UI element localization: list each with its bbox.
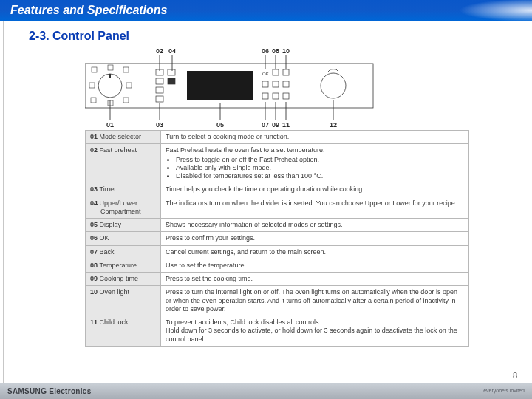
page-number: 8	[513, 371, 517, 380]
row-bullet: Press to toggle on or off the Fast Prehe…	[176, 156, 464, 164]
callout-10: 10	[282, 47, 290, 55]
content-area: 2-3. Control Panel	[3, 21, 532, 383]
footer-brand: SAMSUNG Electronics	[7, 387, 92, 395]
row-label: 06 OK	[86, 232, 161, 245]
row-desc: The indicators turn on when the divider …	[161, 197, 469, 219]
page-title: Features and Specifications	[10, 4, 168, 17]
row-number: 01	[90, 133, 100, 140]
row-desc: Press to turn the internal light on or o…	[161, 286, 469, 316]
svg-rect-17	[187, 71, 253, 100]
footer: SAMSUNG Electronics everyone's invited	[0, 383, 532, 399]
row-desc: Cancel current settings, and return to t…	[161, 245, 469, 259]
row-number: 07	[90, 248, 100, 256]
row-label: 11 Child lock	[86, 316, 161, 347]
row-number: 10	[90, 288, 100, 296]
table-row: 11 Child lockTo prevent accidents, Child…	[86, 316, 469, 347]
table-row: 10 Oven lightPress to turn the internal …	[86, 286, 469, 316]
footer-tagline: everyone's invited	[483, 389, 525, 394]
callout-08: 08	[272, 47, 279, 55]
row-number: 08	[90, 262, 100, 269]
callout-11: 11	[282, 121, 290, 129]
table-row: 01 Mode selectorTurn to select a cooking…	[86, 131, 469, 144]
section-title: 2-3. Control Panel	[29, 30, 532, 43]
row-number: 04	[90, 200, 100, 207]
row-desc: Use to set the temperature.	[161, 259, 469, 272]
callout-09: 09	[272, 121, 279, 129]
control-panel-diagram: OK	[85, 47, 403, 130]
table-row: 03 TimerTimer helps you check the time o…	[86, 183, 469, 197]
row-desc: Press to confirm your settings.	[161, 232, 469, 245]
svg-point-27	[321, 73, 346, 98]
table-row: 05 DisplayShows necessary information of…	[86, 219, 469, 232]
row-number: 06	[90, 234, 100, 242]
callout-04: 04	[168, 47, 176, 55]
callout-12: 12	[330, 121, 337, 129]
callout-03: 03	[156, 121, 163, 129]
callout-01: 01	[106, 121, 114, 129]
svg-rect-16	[168, 78, 175, 84]
row-label: 04 Upper/LowerCompartment	[86, 197, 161, 219]
row-number: 05	[90, 221, 100, 228]
row-bullet: Disabled for temperatures set at less th…	[176, 172, 464, 180]
table-row: 07 BackCancel current settings, and retu…	[86, 245, 469, 259]
header-swoosh-decoration	[377, 0, 532, 21]
row-number: 02	[90, 146, 100, 154]
row-number: 03	[90, 185, 100, 193]
callout-07: 07	[262, 121, 269, 129]
row-label: 09 Cooking time	[86, 273, 161, 286]
callout-06: 06	[262, 47, 269, 55]
row-bullet: Available only with Single mode.	[176, 164, 464, 172]
row-desc: Press to set the cooking time.	[161, 273, 469, 286]
table-row: 08 TemperatureUse to set the temperature…	[86, 259, 469, 272]
row-number: 09	[90, 275, 100, 282]
header-bar: Features and Specifications	[0, 0, 532, 21]
row-desc: To prevent accidents, Child lock disable…	[161, 316, 469, 347]
table-row: 04 Upper/LowerCompartmentThe indicators …	[86, 197, 469, 219]
table-row: 02 Fast preheatFast Preheat heats the ov…	[86, 144, 469, 183]
row-label: 05 Display	[86, 219, 161, 232]
row-label: 07 Back	[86, 245, 161, 259]
row-desc: Turn to select a cooking mode or functio…	[161, 131, 469, 144]
row-label: 03 Timer	[86, 183, 161, 197]
row-label: 10 Oven light	[86, 286, 161, 316]
table-row: 09 Cooking timePress to set the cooking …	[86, 273, 469, 286]
callout-02: 02	[156, 47, 163, 55]
row-label: 08 Temperature	[86, 259, 161, 272]
row-number: 11	[90, 318, 100, 326]
row-desc: Fast Preheat heats the oven fast to a se…	[161, 144, 469, 183]
row-label: 01 Mode selector	[86, 131, 161, 144]
row-desc: Timer helps you check the time or operat…	[161, 183, 469, 197]
callout-05: 05	[216, 121, 224, 129]
spec-table: 01 Mode selectorTurn to select a cooking…	[85, 130, 469, 347]
svg-text:OK: OK	[262, 72, 269, 76]
row-desc: Shows necessary information of selected …	[161, 219, 469, 232]
row-label: 02 Fast preheat	[86, 144, 161, 183]
table-row: 06 OKPress to confirm your settings.	[86, 232, 469, 245]
